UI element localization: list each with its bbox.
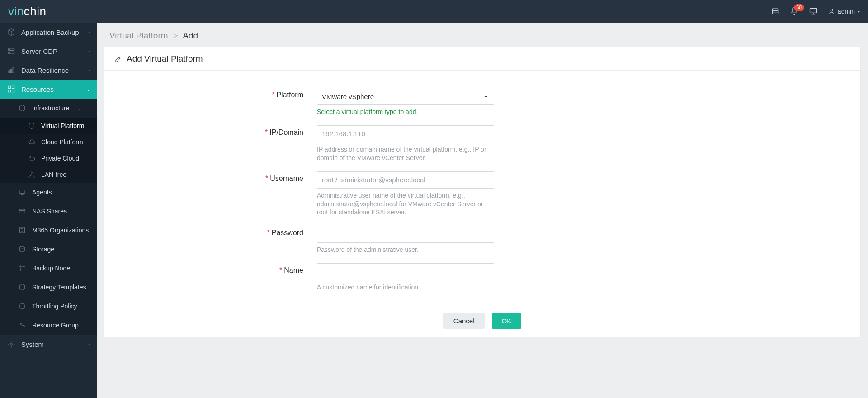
ip-help: IP address or domain name of the virtual… — [317, 145, 494, 162]
user-menu[interactable]: admin▾ — [828, 8, 860, 15]
sidebar-item-virtual-platform[interactable]: Virtual Platform — [0, 118, 97, 134]
sidebar-item-m365[interactable]: M365 Organizations — [0, 221, 97, 240]
platform-select[interactable]: VMware vSphere — [317, 88, 494, 105]
chevron-left-icon: ‹ — [89, 67, 90, 73]
chevron-left-icon: ‹ — [89, 48, 90, 54]
cube-icon — [18, 104, 26, 112]
svg-rect-16 — [8, 90, 10, 92]
password-input[interactable] — [317, 226, 494, 243]
cloud-icon — [28, 138, 35, 146]
username-label: *Username — [123, 171, 317, 183]
main: Virtual Platform > Add Add Virtual Platf… — [97, 23, 868, 398]
ip-label: *IP/Domain — [123, 125, 317, 137]
top-right: 60 admin▾ — [771, 7, 860, 16]
sidebar-item-resource-group[interactable]: Resource Group — [0, 316, 97, 335]
grid-icon — [7, 85, 15, 93]
username-input[interactable] — [317, 171, 494, 189]
gauge-icon — [18, 302, 26, 310]
cloud-icon — [28, 155, 35, 162]
ip-input[interactable] — [317, 125, 494, 142]
server-icon — [7, 47, 15, 55]
bell-icon[interactable]: 60 — [790, 7, 799, 16]
sidebar-item-backup-node[interactable]: Backup Node — [0, 259, 97, 278]
sidebar-item-strategy-templates[interactable]: Strategy Templates — [0, 278, 97, 297]
svg-rect-25 — [20, 227, 25, 233]
svg-point-37 — [10, 343, 13, 346]
sidebar-item-throttling-policy[interactable]: Throttling Policy — [0, 297, 97, 316]
sidebar-item-infrastructure[interactable]: Infrastructure⌄ — [0, 99, 97, 118]
sidebar-item-system[interactable]: System‹ — [0, 335, 97, 354]
breadcrumb: Virtual Platform > Add — [97, 23, 868, 47]
breadcrumb-current: Add — [183, 31, 198, 40]
password-label: *Password — [123, 226, 317, 237]
top-bar: vinchin 60 admin▾ — [0, 0, 868, 23]
svg-rect-0 — [772, 9, 778, 14]
sidebar-item-resources[interactable]: Resources⌄ — [0, 80, 97, 99]
gear-icon — [7, 340, 15, 348]
svg-point-29 — [20, 246, 25, 248]
edit-icon — [114, 55, 122, 63]
svg-point-6 — [830, 9, 832, 11]
svg-point-10 — [9, 52, 10, 53]
svg-rect-23 — [19, 209, 25, 211]
form-actions: Cancel OK — [104, 306, 860, 337]
svg-rect-11 — [9, 71, 9, 73]
network-icon — [28, 171, 35, 178]
svg-point-31 — [24, 266, 25, 267]
box-icon — [7, 28, 15, 36]
sidebar-item-nas-shares[interactable]: NAS Shares — [0, 202, 97, 221]
chart-icon — [7, 66, 15, 74]
chevron-left-icon: ‹ — [89, 341, 90, 347]
svg-point-36 — [23, 325, 24, 327]
svg-point-20 — [33, 176, 34, 177]
group-icon — [18, 321, 26, 329]
sidebar-item-storage[interactable]: Storage — [0, 240, 97, 259]
platform-label: *Platform — [123, 88, 317, 99]
storage-icon — [18, 207, 26, 215]
node-icon — [18, 264, 26, 272]
panel: Add Virtual Platform *Platform VMware vS… — [104, 47, 861, 337]
sidebar-item-agents[interactable]: Agents — [0, 183, 97, 202]
monitor-icon — [18, 188, 26, 196]
logo: vinchin — [8, 5, 46, 19]
sidebar-item-private-cloud[interactable]: Private Cloud — [0, 150, 97, 166]
svg-rect-17 — [12, 90, 14, 92]
sidebar-item-data-resilience[interactable]: Data Resilience‹ — [0, 61, 97, 80]
svg-rect-8 — [8, 52, 14, 54]
svg-point-19 — [29, 176, 30, 177]
svg-rect-24 — [19, 212, 25, 213]
monitor-icon[interactable] — [809, 7, 818, 16]
panel-title: Add Virtual Platform — [104, 47, 860, 71]
org-icon — [18, 226, 26, 234]
disk-icon — [18, 245, 26, 253]
name-input[interactable] — [317, 263, 494, 280]
sidebar-item-application-backup[interactable]: Application Backup‹ — [0, 23, 97, 42]
name-help: A customized name for identification. — [317, 283, 494, 292]
chevron-down-icon: ▾ — [858, 9, 860, 14]
svg-point-33 — [24, 270, 25, 271]
svg-point-9 — [9, 49, 10, 50]
chevron-left-icon: ‹ — [89, 29, 90, 35]
template-icon — [18, 283, 26, 291]
platform-help: Select a virtual platform type to add. — [317, 108, 494, 116]
sidebar-item-cloud-platform[interactable]: Cloud Platform — [0, 134, 97, 150]
svg-rect-7 — [8, 48, 14, 51]
password-help: Password of the administrative user. — [317, 246, 494, 254]
svg-rect-3 — [810, 8, 816, 13]
svg-rect-12 — [11, 69, 12, 73]
breadcrumb-root[interactable]: Virtual Platform — [109, 31, 168, 40]
list-icon[interactable] — [771, 7, 780, 16]
notification-badge: 60 — [794, 4, 804, 11]
sidebar: Application Backup‹ Server CDP‹ Data Res… — [0, 23, 97, 398]
cube-icon — [28, 122, 35, 129]
ok-button[interactable]: OK — [492, 313, 522, 329]
sidebar-item-lan-free[interactable]: LAN-free — [0, 166, 97, 183]
svg-rect-15 — [12, 86, 14, 88]
cancel-button[interactable]: Cancel — [443, 313, 485, 329]
form: *Platform VMware vSphere Select a virtua… — [104, 71, 860, 306]
username-help: Administrative user name of the virtual … — [317, 191, 494, 217]
svg-point-18 — [31, 172, 33, 173]
chevron-down-icon: ⌄ — [86, 86, 90, 92]
sidebar-item-server-cdp[interactable]: Server CDP‹ — [0, 42, 97, 61]
svg-point-30 — [20, 266, 21, 267]
